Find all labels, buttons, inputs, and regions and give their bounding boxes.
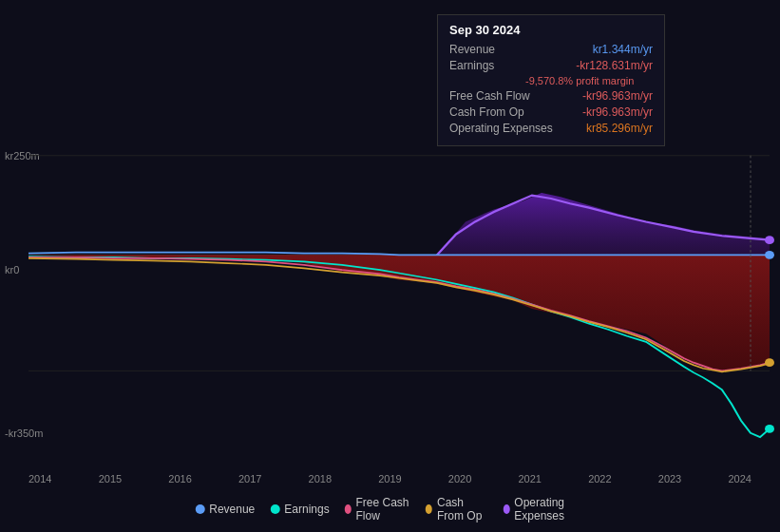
- legend-fcf-dot: [345, 504, 352, 514]
- revenue-dot: [765, 251, 774, 259]
- tooltip-revenue-label: Revenue: [449, 43, 495, 56]
- x-label-2022: 2022: [588, 473, 611, 484]
- tooltip-earnings-sub: -9,570.8% profit margin: [449, 75, 653, 86]
- x-label-2017: 2017: [238, 473, 261, 484]
- tooltip-revenue-row: Revenue kr1.344m/yr: [449, 43, 653, 56]
- tooltip-fcf-label: Free Cash Flow: [449, 89, 530, 103]
- tooltip-fcf-value: -kr96.963m/yr: [582, 89, 653, 103]
- legend-cashop-dot: [426, 504, 432, 514]
- legend-opex-dot: [503, 504, 509, 514]
- x-label-2014: 2014: [29, 473, 51, 484]
- tooltip-earnings-row: Earnings -kr128.631m/yr: [449, 59, 653, 72]
- legend-revenue: Revenue: [195, 503, 255, 516]
- tooltip-cashop-value: -kr96.963m/yr: [582, 105, 653, 119]
- tooltip-fcf-row: Free Cash Flow -kr96.963m/yr: [449, 89, 653, 103]
- tooltip-opex-label: Operating Expenses: [449, 122, 553, 135]
- tooltip-opex-value: kr85.296m/yr: [586, 122, 653, 135]
- legend-fcf: Free Cash Flow: [345, 496, 411, 522]
- tooltip-cashop-label: Cash From Op: [449, 105, 524, 119]
- chart-container: Sep 30 2024 Revenue kr1.344m/yr Earnings…: [0, 0, 780, 532]
- tooltip-revenue-value: kr1.344m/yr: [593, 43, 653, 56]
- earnings-dot: [765, 425, 774, 433]
- x-label-2015: 2015: [99, 473, 122, 484]
- tooltip-date: Sep 30 2024: [449, 23, 653, 37]
- tooltip-cashop-row: Cash From Op -kr96.963m/yr: [449, 105, 653, 119]
- tooltip-earnings-value: -kr128.631m/yr: [576, 59, 653, 72]
- legend-fcf-label: Free Cash Flow: [355, 496, 410, 522]
- x-label-2021: 2021: [518, 473, 541, 484]
- tooltip-opex-row: Operating Expenses kr85.296m/yr: [449, 122, 653, 135]
- opex-dot: [765, 236, 774, 244]
- legend-opex: Operating Expenses: [503, 496, 584, 522]
- tooltip-earnings-label: Earnings: [449, 59, 494, 72]
- x-label-2019: 2019: [378, 473, 401, 484]
- main-chart-svg: [0, 147, 780, 470]
- legend-cashop: Cash From Op: [426, 496, 487, 522]
- x-axis-labels: 2014 2015 2016 2017 2018 2019 2020 2021 …: [0, 473, 780, 484]
- cashop-dot: [765, 358, 774, 367]
- x-label-2023: 2023: [658, 473, 681, 484]
- tooltip: Sep 30 2024 Revenue kr1.344m/yr Earnings…: [437, 14, 665, 146]
- opex-area: [437, 193, 770, 255]
- x-label-2016: 2016: [168, 473, 191, 484]
- legend-earnings-dot: [270, 504, 279, 514]
- legend-earnings-label: Earnings: [284, 503, 329, 516]
- legend-earnings: Earnings: [270, 503, 329, 516]
- chart-legend: Revenue Earnings Free Cash Flow Cash Fro…: [195, 496, 585, 522]
- x-label-2018: 2018: [309, 473, 332, 484]
- legend-opex-label: Operating Expenses: [514, 496, 584, 522]
- legend-revenue-dot: [195, 504, 204, 514]
- x-label-2024: 2024: [728, 473, 751, 484]
- x-label-2020: 2020: [448, 473, 471, 484]
- legend-cashop-label: Cash From Op: [437, 496, 488, 522]
- legend-revenue-label: Revenue: [209, 503, 255, 516]
